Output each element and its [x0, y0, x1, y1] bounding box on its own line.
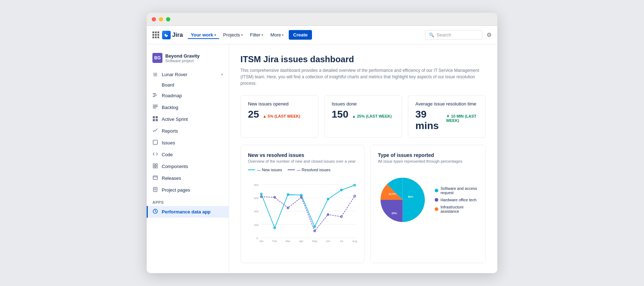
- nav-filter[interactable]: Filter ▾: [247, 31, 266, 39]
- svg-text:May: May: [312, 240, 317, 243]
- pie-chart-subtitle: All issue types represented through perc…: [378, 159, 478, 163]
- pie-label-hardware: Hardware office tech: [440, 198, 477, 202]
- fullscreen-button[interactable]: [166, 17, 170, 21]
- svg-rect-9: [156, 119, 158, 121]
- dashboard-title: ITSM Jira issues dashboard: [240, 54, 486, 64]
- dashboard-description: This comprehensive dashboard provides a …: [240, 67, 486, 87]
- svg-rect-2: [153, 96, 155, 97]
- sidebar-project[interactable]: BG Beyond Gravity Software project: [147, 50, 229, 69]
- stat-new-issues-number: 25: [248, 109, 259, 120]
- sidebar-item-lunar-rover[interactable]: ⊞ Lunar Rover ▾: [147, 69, 229, 80]
- sidebar-performance-app-label: Performance data app: [162, 209, 223, 214]
- svg-text:Jul: Jul: [340, 240, 343, 243]
- line-chart-svg-wrap: 800 600 400 200 0 Jan: [248, 176, 357, 256]
- sidebar-board-sub[interactable]: Board: [147, 80, 229, 90]
- svg-point-39: [260, 193, 262, 195]
- sidebar-item-issues[interactable]: Issues: [147, 137, 229, 149]
- project-name: Beyond Gravity: [165, 53, 200, 59]
- project-pages-icon: [152, 187, 158, 193]
- charts-row: New vs resolved issues Overview of the n…: [240, 145, 486, 263]
- sidebar-item-components[interactable]: Components: [147, 161, 229, 172]
- svg-point-53: [341, 216, 342, 218]
- project-avatar: BG: [152, 53, 162, 63]
- svg-point-54: [354, 195, 356, 197]
- apps-section-label: APPS: [147, 196, 229, 206]
- pie-dot-software: [435, 189, 438, 192]
- sidebar-item-code[interactable]: Code: [147, 149, 229, 161]
- sidebar-backlog-label: Backlog: [162, 105, 223, 110]
- sidebar-board-label: Lunar Rover: [162, 72, 218, 77]
- minimize-button[interactable]: [159, 17, 163, 21]
- svg-rect-5: [153, 108, 156, 108]
- sidebar-roadmap-label: Roadmap: [162, 93, 223, 98]
- pie-label-software: Software and access request: [440, 186, 478, 195]
- board-icon: ⊞: [152, 72, 158, 77]
- svg-text:400: 400: [254, 210, 259, 213]
- sidebar: BG Beyond Gravity Software project ⊞ Lun…: [147, 44, 229, 273]
- stat-issues-done-label: Issues done: [332, 101, 395, 107]
- jira-logo[interactable]: Jira: [162, 31, 183, 39]
- stat-new-issues-value: 25 ▲ 5% (LAST WEEK): [248, 109, 311, 120]
- nav-projects-label: Projects: [223, 32, 240, 38]
- main-area: BG Beyond Gravity Software project ⊞ Lun…: [147, 44, 497, 273]
- legend-new-issues-line: [248, 169, 255, 170]
- releases-icon: [152, 175, 158, 181]
- apps-grid-icon[interactable]: [152, 31, 159, 38]
- sidebar-item-roadmap[interactable]: Roadmap: [147, 90, 229, 102]
- stat-card-issues-done: Issues done 150 ▲ 25% (LAST WEEK): [324, 95, 402, 138]
- stat-issues-done-badge: ▲ 25% (LAST WEEK): [352, 114, 392, 118]
- active-sprint-icon: [152, 116, 158, 122]
- sidebar-item-active-sprint[interactable]: Active Sprint: [147, 113, 229, 125]
- svg-rect-1: [153, 95, 157, 95]
- stat-issues-done-number: 150: [332, 109, 348, 120]
- close-button[interactable]: [152, 17, 156, 21]
- line-chart-legend: — New issues — Resolved issues: [248, 168, 357, 172]
- sidebar-item-backlog[interactable]: Backlog: [147, 102, 229, 113]
- svg-text:Apr: Apr: [299, 240, 303, 243]
- svg-rect-3: [153, 105, 158, 105]
- sidebar-item-releases[interactable]: Releases: [147, 172, 229, 184]
- nav-your-work[interactable]: Your work ▾: [188, 31, 219, 39]
- pie-legend-item-hardware: Hardware office tech: [435, 198, 478, 202]
- nav-more[interactable]: More ▾: [268, 31, 287, 39]
- svg-rect-10: [153, 140, 157, 144]
- svg-rect-17: [153, 187, 157, 192]
- settings-icon[interactable]: ⚙: [487, 31, 492, 38]
- sidebar-project-pages-label: Project pages: [162, 187, 223, 193]
- sidebar-item-performance-app[interactable]: Performance data app: [147, 206, 229, 218]
- svg-text:200: 200: [254, 223, 259, 227]
- nav-your-work-label: Your work: [191, 32, 213, 38]
- performance-app-icon: [152, 209, 158, 215]
- create-button[interactable]: Create: [289, 30, 312, 40]
- sidebar-releases-label: Releases: [162, 176, 223, 181]
- topnav: Jira Your work ▾ Projects ▾ Filter ▾ Mor…: [147, 26, 497, 44]
- pie-chart-card: Type of issues reported All issue types …: [370, 145, 486, 263]
- nav-projects[interactable]: Projects ▾: [220, 31, 246, 39]
- line-chart-svg: 800 600 400 200 0 Jan: [248, 176, 357, 254]
- sidebar-reports-label: Reports: [162, 128, 223, 134]
- jira-logo-text: Jira: [172, 31, 183, 39]
- nav-filter-label: Filter: [250, 32, 260, 38]
- svg-text:0: 0: [257, 237, 258, 240]
- sidebar-board-chevron: ▾: [221, 73, 223, 77]
- svg-text:12.5%: 12.5%: [389, 192, 396, 196]
- line-chart-title: New vs resolved issues: [248, 152, 357, 158]
- sidebar-item-reports[interactable]: Reports: [147, 125, 229, 137]
- legend-new-issues: — New issues: [248, 168, 282, 172]
- svg-rect-12: [156, 164, 157, 166]
- stat-new-issues-label: New issues opened: [248, 101, 311, 107]
- nav-more-chevron: ▾: [282, 33, 284, 37]
- issues-icon: [152, 140, 158, 146]
- nav-filter-chevron: ▾: [262, 33, 263, 37]
- svg-text:50%: 50%: [408, 195, 413, 198]
- svg-text:Feb: Feb: [272, 240, 277, 243]
- stat-resolution-badge: ▼ 10 MIN (LAST WEEK): [446, 114, 478, 123]
- content-area: ITSM Jira issues dashboard This comprehe…: [229, 44, 497, 273]
- board-sub-label: Board: [162, 82, 174, 88]
- project-type: Software project: [165, 59, 200, 63]
- titlebar: [147, 13, 497, 26]
- sidebar-item-project-pages[interactable]: Project pages: [147, 184, 229, 196]
- svg-rect-13: [153, 166, 155, 168]
- search-box[interactable]: 🔍 Search: [425, 30, 482, 40]
- line-chart-card: New vs resolved issues Overview of the n…: [240, 145, 365, 263]
